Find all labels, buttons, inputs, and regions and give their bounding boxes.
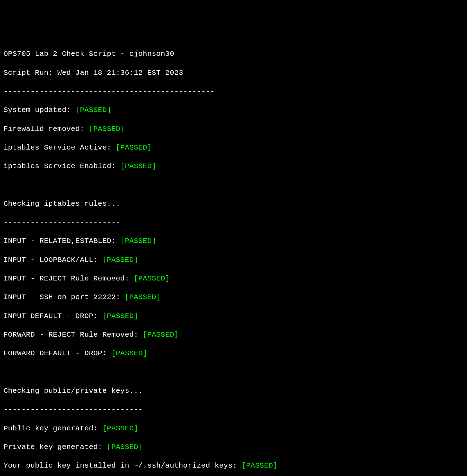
check-system-updated: System updated: [PASSED]: [4, 106, 463, 115]
check-input-related: INPUT - RELATED,ESTABLED: [PASSED]: [4, 237, 463, 246]
check-input-loopback: INPUT - LOOPBACK/ALL: [PASSED]: [4, 256, 463, 265]
check-forward-reject: FORWARD - REJECT Rule Removed: [PASSED]: [4, 330, 463, 340]
iptables-heading: Checking iptables rules...: [4, 199, 463, 209]
script-run-time: Script Run: Wed Jan 18 21:36:12 EST 2023: [4, 68, 463, 78]
terminal-output: OPS705 Lab 2 Check Script - cjohnson30 S…: [4, 40, 463, 476]
check-firewalld-removed: Firewalld removed: [PASSED]: [4, 125, 463, 134]
check-private-key: Private key generated: [PASSED]: [4, 443, 463, 452]
script-title: OPS705 Lab 2 Check Script - cjohnson30: [4, 49, 463, 59]
check-iptables-active: iptables Service Active: [PASSED]: [4, 143, 463, 153]
keys-heading: Checking public/private keys...: [4, 386, 463, 396]
keys-divider: -------------------------------: [4, 405, 463, 415]
check-input-ssh: INPUT - SSH on port 22222: [PASSED]: [4, 293, 463, 302]
check-forward-default: FORWARD DEFAULT - DROP: [PASSED]: [4, 349, 463, 358]
check-input-default: INPUT DEFAULT - DROP: [PASSED]: [4, 312, 463, 321]
check-input-reject: INPUT - REJECT Rule Removed: [PASSED]: [4, 274, 463, 284]
header-divider: ----------------------------------------…: [4, 87, 463, 97]
blank-line: [4, 180, 463, 190]
check-user-authkey: Your public key installed in ~/.ssh/auth…: [4, 461, 463, 471]
check-public-key: Public key generated: [PASSED]: [4, 424, 463, 434]
iptables-divider: --------------------------: [4, 218, 463, 227]
blank-line: [4, 368, 463, 377]
check-iptables-enabled: iptables Service Enabled: [PASSED]: [4, 162, 463, 171]
